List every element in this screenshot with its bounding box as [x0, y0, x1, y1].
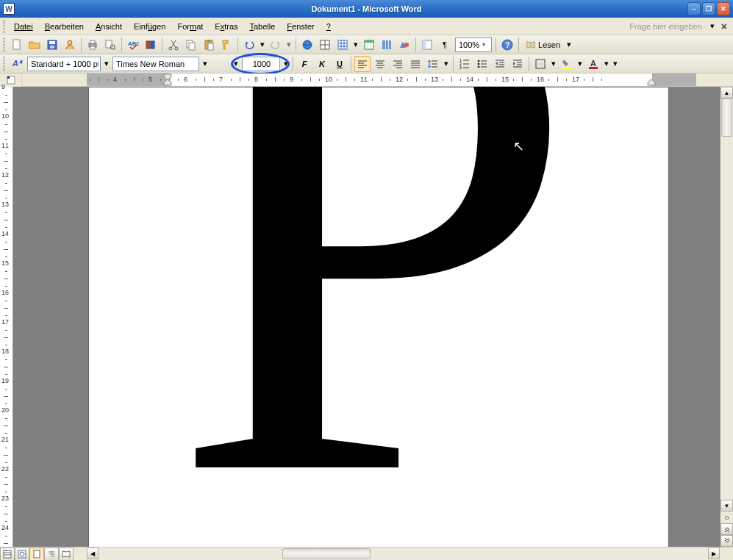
borders-button[interactable] — [532, 56, 548, 72]
columns-icon[interactable] — [379, 37, 395, 53]
document-map-icon[interactable] — [419, 37, 435, 53]
horizontal-ruler[interactable]: 34567891011121314151617 — [87, 73, 696, 86]
print-preview-icon[interactable] — [102, 37, 118, 53]
menu-file[interactable]: Datei — [8, 21, 39, 32]
menu-extras[interactable]: Extras — [209, 21, 243, 32]
menubar-grip[interactable] — [3, 20, 5, 33]
menu-edit[interactable]: Bearbeiten — [39, 21, 90, 32]
new-document-icon[interactable] — [9, 37, 25, 53]
line-spacing-button[interactable] — [425, 56, 441, 72]
italic-button[interactable]: K — [314, 56, 330, 72]
print-layout-view-button[interactable] — [29, 548, 44, 560]
hscroll-track[interactable] — [99, 548, 708, 559]
menu-view[interactable]: Ansicht — [90, 21, 128, 32]
font-dropdown-arrow[interactable]: ▾ — [201, 59, 210, 68]
prev-page-button[interactable] — [721, 523, 733, 535]
scroll-up-button[interactable]: ▲ — [721, 87, 733, 98]
next-page-button[interactable] — [721, 535, 733, 547]
align-center-button[interactable] — [372, 56, 388, 72]
save-icon[interactable] — [44, 37, 60, 53]
hscroll-left-button[interactable]: ◀ — [87, 548, 99, 559]
print-icon[interactable] — [85, 37, 101, 53]
help-icon[interactable]: ? — [499, 37, 515, 53]
help-search[interactable]: Frage hier eingeben — [618, 22, 707, 31]
hscroll-right-button[interactable]: ▶ — [708, 548, 720, 559]
vertical-scrollbar[interactable]: ▲ ▼ ○ — [720, 87, 733, 547]
undo-icon[interactable] — [241, 37, 257, 53]
format-painter-icon[interactable] — [218, 37, 235, 53]
insert-table-icon[interactable] — [335, 37, 351, 53]
maximize-button[interactable]: ❐ — [702, 2, 715, 15]
decrease-indent-button[interactable] — [492, 56, 508, 72]
align-left-button[interactable] — [354, 56, 371, 72]
menu-help[interactable]: ? — [321, 21, 337, 32]
redo-icon[interactable] — [268, 37, 284, 53]
read-mode-icon[interactable]: Lesen — [522, 37, 564, 53]
open-icon[interactable] — [26, 37, 43, 53]
formatting-overflow[interactable]: ▾ — [611, 59, 620, 68]
toolbar-overflow[interactable]: ▾ — [565, 40, 573, 49]
font-color-dropdown[interactable]: ▾ — [602, 59, 611, 68]
menu-table[interactable]: Tabelle — [244, 21, 282, 32]
insert-worksheet-icon[interactable] — [361, 37, 377, 53]
document-close-button[interactable]: × — [718, 21, 730, 32]
menu-window[interactable]: Fenster — [281, 21, 320, 32]
font-dropdown[interactable]: Times New Roman — [112, 57, 199, 71]
resize-grip[interactable] — [720, 548, 733, 560]
close-button[interactable]: ✕ — [717, 2, 730, 15]
font-color-button[interactable]: A — [585, 56, 601, 72]
highlight-dropdown[interactable]: ▾ — [576, 59, 584, 68]
outline-view-button[interactable] — [44, 548, 59, 560]
minimize-button[interactable]: – — [687, 2, 701, 15]
indent-marker-right[interactable] — [647, 79, 656, 86]
web-view-button[interactable] — [15, 548, 29, 560]
normal-view-button[interactable] — [0, 548, 15, 560]
hyperlink-icon[interactable] — [299, 37, 315, 53]
align-right-button[interactable] — [390, 56, 406, 72]
bold-button[interactable]: F — [296, 56, 312, 72]
font-name: Times New Roman — [116, 60, 185, 68]
vertical-ruler[interactable]: 9101112131415161718192021222324 — [0, 87, 13, 547]
style-dropdown[interactable]: Standard + 1000 pt — [27, 57, 101, 71]
undo-dropdown[interactable]: ▾ — [258, 40, 267, 49]
highlight-button[interactable] — [559, 56, 575, 72]
reading-view-button[interactable] — [59, 548, 74, 560]
help-search-expand[interactable]: ▾ — [708, 22, 717, 31]
font-size-dropdown-arrow-left[interactable]: ▾ — [232, 59, 240, 68]
indent-marker-left[interactable] — [163, 79, 172, 86]
drawing-icon[interactable] — [396, 37, 412, 53]
styles-pane-icon[interactable]: A⁴ — [9, 56, 25, 72]
document-page[interactable]: P — [88, 87, 669, 547]
toolbar-grip[interactable] — [3, 37, 5, 52]
increase-indent-button[interactable] — [509, 56, 526, 72]
tables-borders-icon[interactable] — [317, 37, 333, 53]
cut-icon[interactable] — [165, 37, 182, 53]
line-spacing-dropdown[interactable]: ▾ — [442, 59, 451, 68]
bullet-list-button[interactable] — [474, 56, 490, 72]
font-size-dropdown[interactable]: 1000 — [242, 57, 280, 71]
scroll-track[interactable] — [721, 98, 733, 500]
browse-object-button[interactable]: ○ — [721, 511, 733, 523]
insert-table-dropdown[interactable]: ▾ — [351, 40, 360, 49]
research-icon[interactable] — [143, 37, 159, 53]
permissions-icon[interactable] — [62, 37, 78, 53]
copy-icon[interactable] — [183, 37, 199, 53]
toolbar-grip-2[interactable] — [3, 57, 5, 71]
numbered-list-button[interactable]: 123 — [457, 56, 473, 72]
zoom-dropdown[interactable]: 100% ▾ — [455, 37, 492, 52]
menu-insert[interactable]: Einfügen — [128, 21, 171, 32]
spellcheck-icon[interactable]: ABC — [125, 37, 141, 53]
menu-format[interactable]: Format — [171, 21, 209, 32]
show-formatting-icon[interactable]: ¶ — [437, 37, 453, 53]
borders-dropdown[interactable]: ▾ — [549, 59, 558, 68]
hscroll-thumb[interactable] — [282, 548, 371, 559]
underline-button[interactable]: U — [332, 56, 348, 72]
paste-icon[interactable] — [201, 37, 217, 53]
redo-dropdown[interactable]: ▾ — [285, 40, 293, 49]
align-justify-button[interactable] — [407, 56, 423, 72]
scroll-down-button[interactable]: ▼ — [721, 500, 733, 511]
font-size-dropdown-arrow[interactable]: ▾ — [282, 59, 290, 68]
style-dropdown-arrow[interactable]: ▾ — [102, 59, 111, 68]
document-area[interactable]: P ↖ — [13, 87, 720, 547]
scroll-thumb[interactable] — [721, 98, 732, 137]
